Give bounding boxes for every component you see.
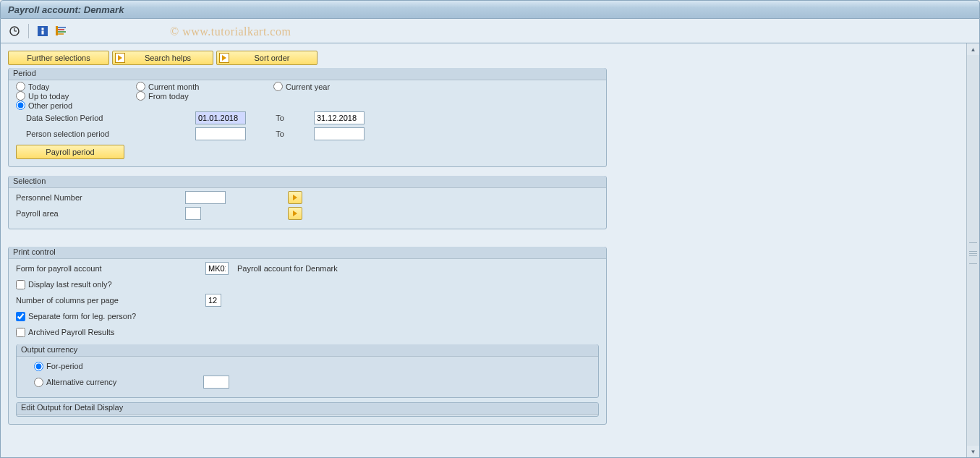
num-columns-input[interactable] [205,294,221,307]
selection-legend: Selection [9,176,606,188]
to-label: To [250,114,310,122]
radio-from-today[interactable]: From today [136,91,189,101]
payroll-area-label: Payroll area [16,209,181,218]
period-legend: Period [9,68,606,80]
arrow-right-icon [219,53,229,63]
personnel-number-label: Personnel Number [16,193,181,202]
vertical-scrollbar[interactable]: ▲ ▼ [966,43,979,457]
to-label-2: To [250,130,310,138]
selection-group: Selection Personnel Number Payroll area [8,176,607,229]
alternative-currency-input[interactable] [203,376,229,389]
data-selection-to-input[interactable] [314,111,365,124]
payroll-area-multi-select[interactable] [288,207,302,220]
radio-other-period[interactable]: Other period [16,101,599,110]
svg-rect-5 [42,30,44,34]
info-icon[interactable] [36,25,49,38]
scroll-up-icon[interactable]: ▲ [967,43,979,55]
page-title: Payroll account: Denmark [8,4,124,15]
edit-output-group: Edit Output for Detail Display [16,402,599,417]
form-payroll-account-input[interactable] [205,262,229,275]
payroll-period-button[interactable]: Payroll period [16,145,124,159]
scroll-thumb[interactable] [969,242,977,264]
personnel-number-input[interactable] [185,191,226,204]
person-selection-to-input[interactable] [314,127,365,140]
app-toolbar [0,19,980,43]
radio-current-month[interactable]: Current month [136,82,273,91]
separate-form-checkbox[interactable]: Separate form for leg. person? [16,312,136,321]
form-payroll-account-desc: Payroll account for Denmark [237,264,338,273]
archived-results-checkbox[interactable]: Archived Payroll Results [16,328,114,337]
svg-rect-4 [42,27,44,30]
num-columns-label: Number of columns per page [16,296,201,305]
form-payroll-account-label: Form for payroll account [16,264,201,273]
radio-up-to-today[interactable]: Up to today [16,91,136,101]
person-selection-from-input[interactable] [195,127,246,140]
radio-today[interactable]: Today [16,82,136,91]
data-selection-from-input[interactable] [195,111,246,124]
arrow-right-icon [115,53,125,63]
search-helps-button[interactable]: Search helps [112,51,213,65]
radio-current-year[interactable]: Current year [273,82,330,91]
scroll-down-icon[interactable]: ▼ [967,446,979,457]
toolbar-divider [28,24,29,38]
svg-rect-6 [56,26,58,35]
radio-for-period[interactable]: For-period [34,362,83,371]
title-bar: Payroll account: Denmark [0,0,980,19]
further-selections-button[interactable]: Further selections [8,51,109,65]
output-currency-legend: Output currency [17,344,598,357]
print-control-legend: Print control [9,247,606,259]
radio-alternative-currency[interactable]: Alternative currency [34,378,199,387]
period-group: Period Today Current month Current year … [8,68,607,167]
print-control-group: Print control Form for payroll account P… [8,247,607,425]
scroll-track[interactable] [967,55,979,446]
variant-icon[interactable] [54,25,67,38]
payroll-area-input[interactable] [185,207,201,220]
data-selection-period-label: Data Selection Period [26,114,191,122]
sort-order-button[interactable]: Sort order [216,51,318,65]
content-area: Further selections Search helps Sort ord… [1,43,966,457]
edit-output-legend: Edit Output for Detail Display [17,402,598,415]
personnel-number-multi-select[interactable] [288,191,302,204]
person-selection-period-label: Person selection period [26,130,191,138]
display-last-result-checkbox[interactable]: Display last result only? [16,280,112,289]
output-currency-group: Output currency For-period Alternative c… [16,344,599,398]
execute-icon[interactable] [8,25,21,38]
